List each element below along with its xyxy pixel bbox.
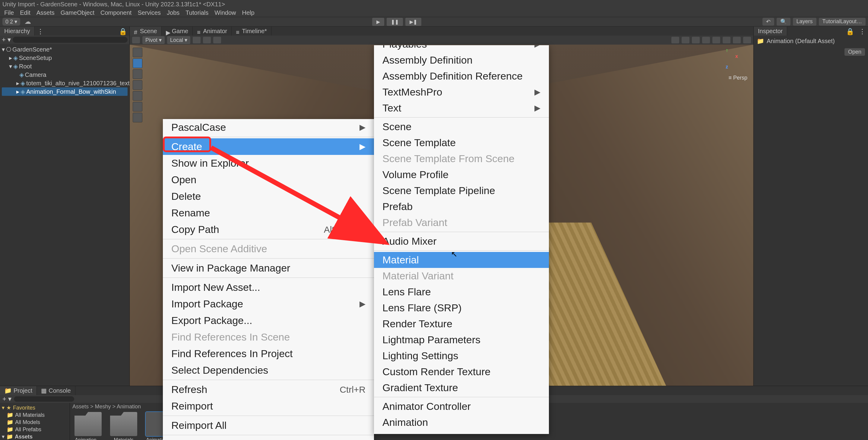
create-item-playables[interactable]: Playables▶ <box>374 45 549 52</box>
tool-handle-icon[interactable] <box>132 37 140 43</box>
inspector-tab[interactable]: Inspector <box>754 27 787 36</box>
assets-context-menu[interactable]: PascalCase▶Create▶Show in ExplorerOpenDe… <box>163 119 374 440</box>
rotate-tool-icon[interactable] <box>133 69 142 79</box>
expand-icon[interactable]: ▸ <box>9 54 12 62</box>
snap-increment-icon[interactable] <box>213 37 221 43</box>
folder-tree-item[interactable]: 📁All Models <box>2 418 68 426</box>
console-tab[interactable]: ▦ Console <box>37 386 75 395</box>
ctx-item-delete[interactable]: Delete <box>163 188 374 205</box>
panel-options-icon[interactable]: ⋮ <box>35 27 46 36</box>
create-item-lighting-settings[interactable]: Lighting Settings <box>374 348 549 364</box>
project-search[interactable] <box>14 396 74 402</box>
hand-tool-icon[interactable] <box>133 47 142 57</box>
audio-icon[interactable] <box>702 37 710 43</box>
tab-timeline[interactable]: ≡Timeline* <box>231 27 272 36</box>
create-item-gradient-texture[interactable]: Gradient Texture <box>374 380 549 396</box>
create-item-scene-template-pipeline[interactable]: Scene Template Pipeline <box>374 182 549 199</box>
ctx-item-refresh[interactable]: RefreshCtrl+R <box>163 381 374 398</box>
menu-assets[interactable]: Assets <box>33 9 58 17</box>
hierarchy-item[interactable]: ◈Camera <box>2 70 128 79</box>
scale-tool-icon[interactable] <box>133 80 142 90</box>
gizmo-y-axis[interactable]: ↑ <box>726 47 728 53</box>
ctx-item-copy-path[interactable]: Copy PathAlt+Ctrl+C <box>163 221 374 238</box>
ctx-item-export-package-[interactable]: Export Package... <box>163 312 374 329</box>
local-dropdown[interactable]: Local ▾ <box>167 36 190 44</box>
create-item-animation[interactable]: Animation <box>374 414 549 430</box>
tab-animator[interactable]: ≡Animator <box>193 27 231 36</box>
menu-file[interactable]: File <box>1 9 17 17</box>
perspective-label[interactable]: ≡ Persp <box>728 75 747 81</box>
tab-game[interactable]: ▶Game <box>162 27 193 36</box>
history-dropdown[interactable]: 0 2 ▾ <box>2 18 20 26</box>
pivot-dropdown[interactable]: Pivot ▾ <box>142 36 165 44</box>
menu-edit[interactable]: Edit <box>17 9 33 17</box>
ctx-item-select-dependencies[interactable]: Select Dependencies <box>163 362 374 378</box>
expand-icon[interactable]: ▾ <box>9 62 12 70</box>
step-button[interactable]: ▶❚ <box>405 18 421 26</box>
ctx-item-view-in-package-manager[interactable]: View in Package Manager <box>163 260 374 276</box>
menu-gameobject[interactable]: GameObject <box>58 9 97 17</box>
create-item-volume-profile[interactable]: Volume Profile <box>374 167 549 182</box>
create-item-assembly-definition[interactable]: Assembly Definition <box>374 52 549 68</box>
orientation-gizmo[interactable]: ↑ x z <box>720 47 747 75</box>
create-item-lightmap-parameters[interactable]: Lightmap Parameters <box>374 332 549 348</box>
transform-tool-icon[interactable] <box>133 102 142 111</box>
hierarchy-item[interactable]: ▸◈totem_tiki_alto_nive_1210071236_textur… <box>2 79 128 88</box>
project-folder-item[interactable]: Animation… <box>73 412 103 440</box>
tab-scene[interactable]: #Scene <box>130 27 162 36</box>
hierarchy-item[interactable]: ▾◈Root <box>2 62 128 70</box>
create-item-lens-flare[interactable]: Lens Flare <box>374 284 549 300</box>
expand-icon[interactable] <box>2 426 5 433</box>
fx-icon[interactable] <box>712 37 720 43</box>
folder-tree-item[interactable]: ▾📁Assets <box>2 433 68 440</box>
expand-icon[interactable]: ▸ <box>16 79 19 88</box>
create-dropdown-icon[interactable]: + ▾ <box>2 36 11 44</box>
main-menubar[interactable]: File Edit Assets GameObject Component Se… <box>0 8 868 17</box>
menu-component[interactable]: Component <box>97 9 134 17</box>
hidden-obj-icon[interactable] <box>723 37 731 43</box>
project-folder-item[interactable]: Materials <box>108 412 139 440</box>
layout-dropdown[interactable]: TutorialLayout… <box>819 18 866 26</box>
ctx-item-pascalcase[interactable]: PascalCase▶ <box>163 119 374 136</box>
create-item-audio-mixer[interactable]: Audio Mixer <box>374 233 549 249</box>
folder-tree-item[interactable]: 📁All Prefabs <box>2 426 68 433</box>
search-icon[interactable]: 🔍 <box>777 18 790 26</box>
gizmo-x-axis[interactable]: x <box>735 54 738 59</box>
create-item-assembly-definition-reference[interactable]: Assembly Definition Reference <box>374 68 549 84</box>
custom-tool-icon[interactable] <box>133 113 142 122</box>
undo-history-icon[interactable]: ↶ <box>763 18 774 26</box>
play-button[interactable]: ▶ <box>372 18 384 26</box>
inspector-menu-icon[interactable]: ⋮ <box>857 27 868 36</box>
folder-tree-item[interactable]: ▾★Favorites <box>2 404 68 411</box>
gizmos-icon[interactable] <box>733 37 741 43</box>
ctx-item-rename[interactable]: Rename <box>163 205 374 221</box>
menu-tutorials[interactable]: Tutorials <box>183 9 211 17</box>
hierarchy-item[interactable]: ▸◈SceneSetup <box>2 54 128 62</box>
pause-button[interactable]: ❚❚ <box>386 18 403 26</box>
hierarchy-tab[interactable]: Hierarchy <box>0 27 35 36</box>
create-item-render-texture[interactable]: Render Texture <box>374 316 549 332</box>
ctx-item-show-in-explorer[interactable]: Show in Explorer <box>163 155 374 171</box>
menu-services[interactable]: Services <box>134 9 164 17</box>
inspector-lock-icon[interactable]: 🔒 <box>843 27 857 36</box>
camera-icon[interactable] <box>743 37 751 43</box>
grid-icon[interactable] <box>193 37 200 43</box>
create-item-scene-template[interactable]: Scene Template <box>374 135 549 151</box>
2d-toggle[interactable] <box>682 37 689 43</box>
menu-help[interactable]: Help <box>239 9 257 17</box>
lighting-icon[interactable] <box>692 37 700 43</box>
create-submenu[interactable]: Playables▶Assembly DefinitionAssembly De… <box>374 45 549 434</box>
menu-window[interactable]: Window <box>211 9 239 17</box>
create-item-material[interactable]: Material <box>374 252 549 268</box>
hierarchy-search[interactable] <box>13 37 128 43</box>
draw-mode-icon[interactable] <box>671 37 679 43</box>
project-tab[interactable]: 📁 Project <box>0 386 37 395</box>
ctx-item-import-package[interactable]: Import Package▶ <box>163 296 374 312</box>
expand-icon[interactable]: ▾ <box>2 433 4 440</box>
create-item-textmeshpro[interactable]: TextMeshPro▶ <box>374 84 549 100</box>
create-item-scene[interactable]: Scene <box>374 119 549 135</box>
create-item-animator-override-controller[interactable]: Animator Override Controller <box>374 430 549 434</box>
hierarchy-item[interactable]: ▾⎔GardenScene* <box>2 45 128 54</box>
ctx-item-import-new-asset-[interactable]: Import New Asset... <box>163 279 374 296</box>
ctx-item-open[interactable]: Open <box>163 171 374 188</box>
